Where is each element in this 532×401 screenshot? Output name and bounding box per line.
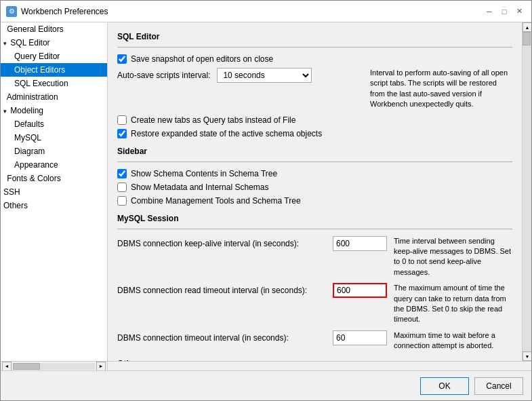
- scroll-track: [523, 32, 531, 351]
- restore-expanded-label: Restore expanded state of the active sch…: [131, 129, 322, 138]
- maximize-button[interactable]: □: [497, 5, 511, 18]
- conn-timeout-label: DBMS connection timeout interval (in sec…: [117, 333, 327, 343]
- sidebar-section-header: Sidebar: [117, 147, 512, 156]
- keepalive-row: DBMS connection keep-alive interval (in …: [117, 236, 512, 278]
- vertical-scrollbar[interactable]: ▲ ▼: [522, 22, 531, 361]
- read-timeout-label: DBMS connection read timeout interval (i…: [117, 286, 327, 295]
- combine-tools-row: Combine Management Tools and Schema Tree: [117, 196, 512, 206]
- sidebar-item-sql-execution[interactable]: SQL Execution: [1, 77, 107, 90]
- show-schema-checkbox[interactable]: [117, 169, 127, 178]
- sql-editor-header: SQL Editor: [117, 32, 512, 41]
- main-horiz-scroll-filler: [108, 362, 522, 370]
- conn-timeout-hint: Maximum time to wait before a connection…: [394, 330, 512, 351]
- keepalive-label: DBMS connection keep-alive interval (in …: [117, 239, 327, 248]
- main-area: SQL Editor Save snapshot of open editors…: [108, 22, 531, 361]
- show-metadata-label: Show Metadata and Internal Schemas: [131, 183, 268, 192]
- read-timeout-left: DBMS connection read timeout interval (i…: [117, 283, 387, 298]
- keepalive-input[interactable]: [333, 236, 387, 251]
- sidebar-item-object-editors[interactable]: Object Editors: [1, 63, 107, 77]
- bottom-bar: OK Cancel: [1, 370, 531, 400]
- conn-timeout-left: DBMS connection timeout interval (in sec…: [117, 330, 387, 345]
- read-timeout-hint: The maximum amount of time the query can…: [394, 283, 512, 325]
- sidebar-horiz-scroll: ◄ ►: [1, 362, 108, 370]
- show-schema-label: Show Schema Contents in Schema Tree: [131, 169, 277, 178]
- save-snapshot-checkbox[interactable]: [117, 54, 127, 64]
- minimize-button[interactable]: ─: [483, 5, 496, 18]
- conn-timeout-row: DBMS connection timeout interval (in sec…: [117, 330, 512, 351]
- window-body: General Editors ▾ SQL Editor Query Edito…: [1, 22, 531, 361]
- autosave-row: Auto-save scripts interval: 10 seconds 3…: [117, 68, 512, 110]
- ok-button[interactable]: OK: [420, 377, 469, 395]
- window-controls: ─ □ ✕: [483, 5, 526, 18]
- sidebar-item-general-editors[interactable]: General Editors: [1, 22, 107, 36]
- autosave-left: Auto-save scripts interval: 10 seconds 3…: [117, 68, 361, 83]
- sidebar-item-fonts-colors[interactable]: Fonts & Colors: [1, 172, 107, 185]
- title-bar: ⚙ Workbench Preferences ─ □ ✕: [1, 1, 531, 22]
- sidebar-horiz-track: [13, 363, 95, 370]
- title-bar-left: ⚙ Workbench Preferences: [6, 6, 108, 17]
- autosave-hint: Interval to perform auto-saving of all o…: [370, 68, 512, 110]
- create-tabs-row: Create new tabs as Query tabs instead of…: [117, 115, 512, 125]
- combine-tools-label: Combine Management Tools and Schema Tree: [131, 196, 301, 206]
- read-timeout-row: DBMS connection read timeout interval (i…: [117, 283, 512, 325]
- sidebar-scroll-right[interactable]: ►: [96, 362, 106, 371]
- combine-tools-checkbox[interactable]: [117, 196, 127, 206]
- show-metadata-checkbox[interactable]: [117, 183, 127, 192]
- sidebar-item-query-editor[interactable]: Query Editor: [1, 50, 107, 63]
- scroll-thumb[interactable]: [523, 32, 531, 45]
- create-tabs-checkbox[interactable]: [117, 115, 127, 125]
- create-tabs-label: Create new tabs as Query tabs instead of…: [131, 115, 295, 125]
- keepalive-left: DBMS connection keep-alive interval (in …: [117, 236, 387, 251]
- cancel-button[interactable]: Cancel: [474, 377, 523, 395]
- show-schema-row: Show Schema Contents in Schema Tree: [117, 169, 512, 178]
- autosave-label: Auto-save scripts interval:: [117, 71, 210, 80]
- sql-editor-divider: [117, 47, 512, 47]
- scroll-up-button[interactable]: ▲: [523, 22, 531, 32]
- sidebar-item-sql-editor[interactable]: ▾ SQL Editor: [1, 36, 107, 50]
- close-button[interactable]: ✕: [512, 5, 526, 18]
- save-snapshot-label: Save snapshot of open editors on close: [131, 54, 273, 64]
- arrow-icon: ▾: [3, 108, 7, 115]
- mysql-session-divider: [117, 229, 512, 229]
- sidebar-horiz-thumb[interactable]: [13, 363, 40, 370]
- sidebar-item-mysql[interactable]: MySQL: [1, 131, 107, 145]
- arrow-icon: ▾: [3, 40, 7, 47]
- corner-filler: [522, 362, 531, 370]
- panel-content: SQL Editor Save snapshot of open editors…: [108, 22, 522, 361]
- show-metadata-row: Show Metadata and Internal Schemas: [117, 183, 512, 192]
- read-timeout-input[interactable]: [333, 283, 387, 298]
- sidebar-item-ssh[interactable]: SSH: [1, 185, 107, 199]
- sidebar-item-appearance[interactable]: Appearance: [1, 158, 107, 172]
- sidebar-divider: [117, 161, 512, 162]
- app-icon: ⚙: [6, 6, 17, 17]
- sidebar-item-modeling[interactable]: ▾ Modeling: [1, 104, 107, 117]
- mysql-session-header: MySQL Session: [117, 214, 512, 223]
- autosave-dropdown[interactable]: 10 seconds 30 seconds 1 minute 5 minutes…: [217, 68, 312, 83]
- sidebar: General Editors ▾ SQL Editor Query Edito…: [1, 22, 108, 361]
- restore-expanded-row: Restore expanded state of the active sch…: [117, 129, 512, 138]
- bottom-scroll-area: ◄ ►: [1, 361, 531, 370]
- scroll-down-button[interactable]: ▼: [523, 351, 531, 361]
- sidebar-scroll-left[interactable]: ◄: [2, 362, 12, 371]
- main-panel: SQL Editor Save snapshot of open editors…: [108, 22, 522, 361]
- sidebar-item-diagram[interactable]: Diagram: [1, 145, 107, 158]
- restore-expanded-checkbox[interactable]: [117, 129, 127, 138]
- sidebar-item-administration[interactable]: Administration: [1, 90, 107, 104]
- save-snapshot-row: Save snapshot of open editors on close: [117, 54, 512, 64]
- window-title: Workbench Preferences: [21, 7, 108, 16]
- conn-timeout-input[interactable]: [333, 330, 387, 345]
- keepalive-hint: Time interval between sending keep-alive…: [394, 236, 512, 278]
- sidebar-item-defaults[interactable]: Defaults: [1, 117, 107, 131]
- workbench-preferences-window: ⚙ Workbench Preferences ─ □ ✕ General Ed…: [0, 0, 532, 401]
- sidebar-item-others[interactable]: Others: [1, 199, 107, 212]
